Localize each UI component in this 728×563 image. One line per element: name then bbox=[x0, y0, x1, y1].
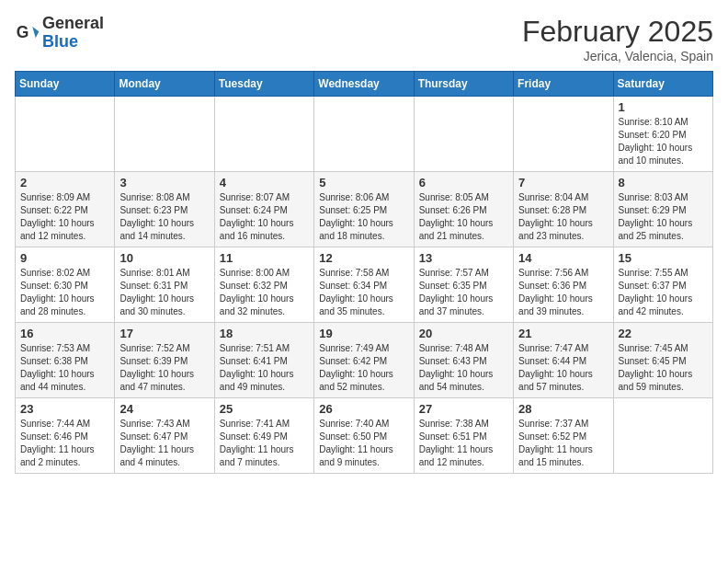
logo-icon: G bbox=[15, 20, 40, 46]
calendar-cell: 7Sunrise: 8:04 AM Sunset: 6:28 PM Daylig… bbox=[514, 172, 613, 247]
day-info: Sunrise: 8:08 AM Sunset: 6:23 PM Dayligh… bbox=[119, 191, 209, 243]
page-header: G General Blue February 2025 Jerica, Val… bbox=[15, 15, 713, 63]
calendar-cell: 13Sunrise: 7:57 AM Sunset: 6:35 PM Dayli… bbox=[414, 247, 513, 323]
day-info: Sunrise: 8:06 AM Sunset: 6:25 PM Dayligh… bbox=[319, 191, 408, 243]
calendar-cell bbox=[613, 398, 712, 474]
calendar: SundayMondayTuesdayWednesdayThursdayFrid… bbox=[15, 71, 713, 474]
calendar-cell: 21Sunrise: 7:47 AM Sunset: 6:44 PM Dayli… bbox=[514, 323, 613, 398]
day-info: Sunrise: 8:05 AM Sunset: 6:26 PM Dayligh… bbox=[419, 191, 508, 243]
logo-text: General Blue bbox=[42, 15, 104, 52]
calendar-cell bbox=[16, 97, 115, 172]
day-number: 19 bbox=[319, 327, 408, 340]
logo: G General Blue bbox=[15, 15, 104, 52]
calendar-cell: 14Sunrise: 7:56 AM Sunset: 6:36 PM Dayli… bbox=[514, 247, 613, 323]
weekday-header-monday: Monday bbox=[115, 72, 214, 97]
calendar-cell: 2Sunrise: 8:09 AM Sunset: 6:22 PM Daylig… bbox=[16, 172, 115, 247]
day-info: Sunrise: 8:01 AM Sunset: 6:31 PM Dayligh… bbox=[119, 267, 209, 318]
day-number: 1 bbox=[619, 100, 708, 114]
day-info: Sunrise: 8:04 AM Sunset: 6:28 PM Dayligh… bbox=[518, 191, 608, 243]
day-info: Sunrise: 7:47 AM Sunset: 6:44 PM Dayligh… bbox=[518, 342, 608, 394]
calendar-cell bbox=[314, 97, 414, 172]
title-block: February 2025 Jerica, Valencia, Spain bbox=[522, 15, 713, 63]
day-number: 5 bbox=[319, 176, 408, 190]
day-info: Sunrise: 7:37 AM Sunset: 6:52 PM Dayligh… bbox=[518, 418, 608, 469]
day-info: Sunrise: 8:02 AM Sunset: 6:30 PM Dayligh… bbox=[20, 267, 109, 318]
day-number: 25 bbox=[220, 402, 309, 416]
day-info: Sunrise: 8:09 AM Sunset: 6:22 PM Dayligh… bbox=[20, 191, 109, 243]
day-number: 9 bbox=[20, 251, 109, 265]
calendar-cell bbox=[514, 97, 613, 172]
day-number: 21 bbox=[518, 327, 608, 340]
day-info: Sunrise: 7:45 AM Sunset: 6:45 PM Dayligh… bbox=[619, 342, 708, 394]
day-number: 18 bbox=[220, 327, 309, 340]
calendar-cell: 25Sunrise: 7:41 AM Sunset: 6:49 PM Dayli… bbox=[214, 398, 313, 474]
day-info: Sunrise: 8:03 AM Sunset: 6:29 PM Dayligh… bbox=[619, 191, 708, 243]
day-number: 26 bbox=[319, 402, 408, 416]
calendar-cell: 27Sunrise: 7:38 AM Sunset: 6:51 PM Dayli… bbox=[414, 398, 513, 474]
calendar-cell: 12Sunrise: 7:58 AM Sunset: 6:34 PM Dayli… bbox=[314, 247, 414, 323]
calendar-cell: 24Sunrise: 7:43 AM Sunset: 6:47 PM Dayli… bbox=[115, 398, 214, 474]
day-number: 8 bbox=[619, 176, 708, 190]
day-info: Sunrise: 7:41 AM Sunset: 6:49 PM Dayligh… bbox=[220, 418, 309, 469]
calendar-cell: 23Sunrise: 7:44 AM Sunset: 6:46 PM Dayli… bbox=[16, 398, 115, 474]
day-info: Sunrise: 7:52 AM Sunset: 6:39 PM Dayligh… bbox=[119, 342, 209, 394]
weekday-header-sunday: Sunday bbox=[16, 72, 115, 97]
calendar-cell bbox=[115, 97, 214, 172]
calendar-cell: 28Sunrise: 7:37 AM Sunset: 6:52 PM Dayli… bbox=[514, 398, 613, 474]
svg-marker-1 bbox=[32, 27, 39, 38]
day-info: Sunrise: 7:38 AM Sunset: 6:51 PM Dayligh… bbox=[419, 418, 508, 469]
day-number: 3 bbox=[119, 176, 209, 190]
day-number: 13 bbox=[419, 251, 508, 265]
day-info: Sunrise: 7:49 AM Sunset: 6:42 PM Dayligh… bbox=[319, 342, 408, 394]
day-number: 22 bbox=[619, 327, 708, 340]
day-info: Sunrise: 7:51 AM Sunset: 6:41 PM Dayligh… bbox=[220, 342, 309, 394]
calendar-cell: 4Sunrise: 8:07 AM Sunset: 6:24 PM Daylig… bbox=[214, 172, 313, 247]
calendar-cell: 15Sunrise: 7:55 AM Sunset: 6:37 PM Dayli… bbox=[613, 247, 712, 323]
calendar-cell: 11Sunrise: 8:00 AM Sunset: 6:32 PM Dayli… bbox=[214, 247, 313, 323]
day-info: Sunrise: 8:00 AM Sunset: 6:32 PM Dayligh… bbox=[220, 267, 309, 318]
calendar-cell: 5Sunrise: 8:06 AM Sunset: 6:25 PM Daylig… bbox=[314, 172, 414, 247]
day-info: Sunrise: 7:48 AM Sunset: 6:43 PM Dayligh… bbox=[419, 342, 508, 394]
calendar-cell: 8Sunrise: 8:03 AM Sunset: 6:29 PM Daylig… bbox=[613, 172, 712, 247]
day-info: Sunrise: 7:56 AM Sunset: 6:36 PM Dayligh… bbox=[518, 267, 608, 318]
weekday-header-wednesday: Wednesday bbox=[314, 72, 414, 97]
day-number: 27 bbox=[419, 402, 508, 416]
calendar-cell: 9Sunrise: 8:02 AM Sunset: 6:30 PM Daylig… bbox=[16, 247, 115, 323]
day-number: 12 bbox=[319, 251, 408, 265]
day-info: Sunrise: 7:40 AM Sunset: 6:50 PM Dayligh… bbox=[319, 418, 408, 469]
calendar-cell: 6Sunrise: 8:05 AM Sunset: 6:26 PM Daylig… bbox=[414, 172, 513, 247]
month-title: February 2025 bbox=[522, 15, 713, 49]
day-number: 20 bbox=[419, 327, 508, 340]
day-number: 11 bbox=[220, 251, 309, 265]
day-number: 6 bbox=[419, 176, 508, 190]
day-number: 17 bbox=[119, 327, 209, 340]
day-info: Sunrise: 7:53 AM Sunset: 6:38 PM Dayligh… bbox=[20, 342, 109, 394]
day-number: 16 bbox=[20, 327, 109, 340]
day-number: 10 bbox=[119, 251, 209, 265]
calendar-cell: 3Sunrise: 8:08 AM Sunset: 6:23 PM Daylig… bbox=[115, 172, 214, 247]
day-number: 15 bbox=[619, 251, 708, 265]
calendar-cell: 18Sunrise: 7:51 AM Sunset: 6:41 PM Dayli… bbox=[214, 323, 313, 398]
calendar-cell bbox=[214, 97, 313, 172]
weekday-header-tuesday: Tuesday bbox=[214, 72, 313, 97]
calendar-cell: 16Sunrise: 7:53 AM Sunset: 6:38 PM Dayli… bbox=[16, 323, 115, 398]
calendar-cell: 26Sunrise: 7:40 AM Sunset: 6:50 PM Dayli… bbox=[314, 398, 414, 474]
day-number: 7 bbox=[518, 176, 608, 190]
calendar-cell bbox=[414, 97, 513, 172]
day-info: Sunrise: 8:10 AM Sunset: 6:20 PM Dayligh… bbox=[619, 116, 708, 167]
day-info: Sunrise: 7:58 AM Sunset: 6:34 PM Dayligh… bbox=[319, 267, 408, 318]
day-number: 4 bbox=[220, 176, 309, 190]
day-number: 28 bbox=[518, 402, 608, 416]
weekday-header-saturday: Saturday bbox=[613, 72, 712, 97]
day-info: Sunrise: 7:55 AM Sunset: 6:37 PM Dayligh… bbox=[619, 267, 708, 318]
location: Jerica, Valencia, Spain bbox=[522, 49, 713, 63]
day-number: 2 bbox=[20, 176, 109, 190]
calendar-cell: 10Sunrise: 8:01 AM Sunset: 6:31 PM Dayli… bbox=[115, 247, 214, 323]
day-number: 14 bbox=[518, 251, 608, 265]
weekday-header-thursday: Thursday bbox=[414, 72, 513, 97]
calendar-cell: 19Sunrise: 7:49 AM Sunset: 6:42 PM Dayli… bbox=[314, 323, 414, 398]
weekday-header-friday: Friday bbox=[514, 72, 613, 97]
day-info: Sunrise: 8:07 AM Sunset: 6:24 PM Dayligh… bbox=[220, 191, 309, 243]
day-number: 24 bbox=[119, 402, 209, 416]
day-info: Sunrise: 7:57 AM Sunset: 6:35 PM Dayligh… bbox=[419, 267, 508, 318]
